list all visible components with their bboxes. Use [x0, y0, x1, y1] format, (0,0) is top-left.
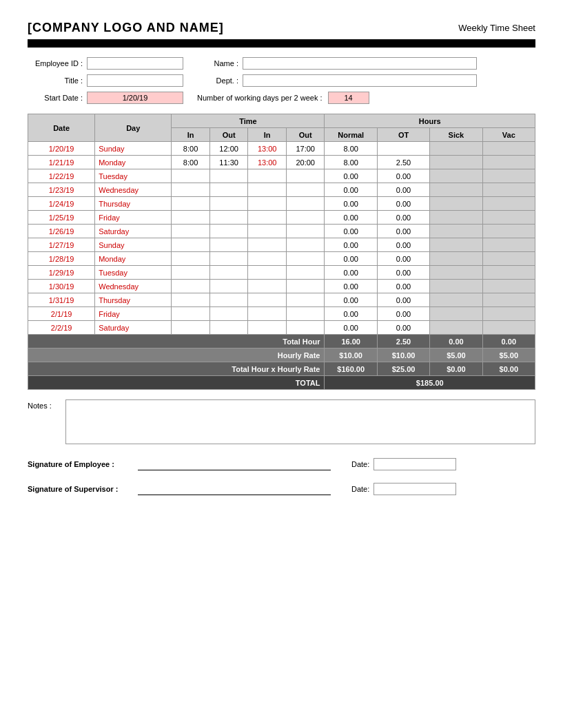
cell[interactable]: 0.00	[377, 211, 429, 225]
cell[interactable]	[430, 293, 482, 307]
cell[interactable]: 11:30	[209, 156, 248, 169]
cell[interactable]	[482, 266, 535, 280]
cell[interactable]: Sunday	[95, 238, 172, 252]
cell[interactable]	[286, 169, 325, 183]
cell[interactable]: 20:00	[286, 156, 325, 169]
working-days-input[interactable]: 14	[328, 92, 369, 104]
cell[interactable]: 1/23/19	[28, 183, 95, 197]
cell[interactable]	[482, 321, 535, 335]
dept-input[interactable]	[243, 74, 477, 87]
cell[interactable]	[172, 238, 210, 252]
cell[interactable]	[482, 169, 535, 183]
cell[interactable]: Thursday	[95, 293, 172, 307]
cell[interactable]	[209, 225, 248, 238]
cell[interactable]	[248, 197, 287, 211]
employee-id-input[interactable]	[87, 57, 183, 70]
cell[interactable]: Wednesday	[95, 280, 172, 293]
cell[interactable]: 12:00	[209, 142, 248, 156]
cell[interactable]	[209, 183, 248, 197]
cell[interactable]: 1/21/19	[28, 156, 95, 169]
cell[interactable]: 0.00	[325, 211, 377, 225]
cell[interactable]	[248, 280, 287, 293]
cell[interactable]: 8:00	[172, 142, 210, 156]
cell[interactable]: 0.00	[377, 169, 429, 183]
cell[interactable]	[482, 211, 535, 225]
cell[interactable]: Saturday	[95, 321, 172, 335]
cell[interactable]	[430, 238, 482, 252]
cell[interactable]: 0.00	[325, 183, 377, 197]
cell[interactable]: 0.00	[325, 321, 377, 335]
cell[interactable]	[482, 142, 535, 156]
cell[interactable]: 13:00	[248, 156, 287, 169]
cell[interactable]: 0.00	[377, 225, 429, 238]
cell[interactable]	[482, 156, 535, 169]
cell[interactable]: Friday	[95, 307, 172, 321]
cell[interactable]	[172, 211, 210, 225]
cell[interactable]: 8.00	[325, 142, 377, 156]
cell[interactable]	[430, 197, 482, 211]
cell[interactable]	[286, 307, 325, 321]
cell[interactable]	[209, 293, 248, 307]
cell[interactable]	[248, 252, 287, 266]
cell[interactable]	[172, 252, 210, 266]
cell[interactable]	[482, 197, 535, 211]
cell[interactable]: 8:00	[172, 156, 210, 169]
cell[interactable]	[430, 280, 482, 293]
cell[interactable]	[286, 266, 325, 280]
cell[interactable]: 1/30/19	[28, 280, 95, 293]
cell[interactable]: 0.00	[325, 280, 377, 293]
cell[interactable]	[248, 211, 287, 225]
cell[interactable]	[209, 321, 248, 335]
cell[interactable]	[209, 211, 248, 225]
cell[interactable]	[430, 252, 482, 266]
employee-date-input[interactable]	[373, 458, 456, 470]
cell[interactable]: 1/20/19	[28, 142, 95, 156]
cell[interactable]: 1/25/19	[28, 211, 95, 225]
cell[interactable]: 0.00	[377, 266, 429, 280]
cell[interactable]: 2/2/19	[28, 321, 95, 335]
cell[interactable]: Wednesday	[95, 183, 172, 197]
title-input[interactable]	[87, 74, 183, 87]
cell[interactable]	[172, 280, 210, 293]
cell[interactable]	[286, 211, 325, 225]
supervisor-date-input[interactable]	[373, 483, 456, 495]
cell[interactable]: 0.00	[377, 321, 429, 335]
cell[interactable]	[430, 142, 482, 156]
cell[interactable]: 1/31/19	[28, 293, 95, 307]
cell[interactable]	[248, 238, 287, 252]
cell[interactable]: 0.00	[325, 225, 377, 238]
cell[interactable]	[482, 293, 535, 307]
start-date-input[interactable]: 1/20/19	[87, 92, 183, 104]
cell[interactable]	[172, 307, 210, 321]
cell[interactable]	[248, 183, 287, 197]
supervisor-sig-line[interactable]	[138, 483, 331, 495]
cell[interactable]: 0.00	[377, 183, 429, 197]
name-input[interactable]	[243, 57, 477, 70]
cell[interactable]	[209, 238, 248, 252]
cell[interactable]	[209, 252, 248, 266]
cell[interactable]	[482, 183, 535, 197]
cell[interactable]	[248, 169, 287, 183]
cell[interactable]	[286, 293, 325, 307]
cell[interactable]	[248, 321, 287, 335]
cell[interactable]	[430, 321, 482, 335]
cell[interactable]	[172, 169, 210, 183]
cell[interactable]: Tuesday	[95, 169, 172, 183]
cell[interactable]: 13:00	[248, 142, 287, 156]
cell[interactable]: 0.00	[325, 169, 377, 183]
cell[interactable]: 1/27/19	[28, 238, 95, 252]
cell[interactable]	[172, 293, 210, 307]
cell[interactable]	[430, 225, 482, 238]
cell[interactable]	[209, 280, 248, 293]
cell[interactable]: Saturday	[95, 225, 172, 238]
cell[interactable]: 0.00	[325, 238, 377, 252]
cell[interactable]: Tuesday	[95, 266, 172, 280]
cell[interactable]	[209, 169, 248, 183]
cell[interactable]	[286, 183, 325, 197]
cell[interactable]: Thursday	[95, 197, 172, 211]
cell[interactable]	[286, 225, 325, 238]
cell[interactable]: 0.00	[325, 266, 377, 280]
cell[interactable]: 2/1/19	[28, 307, 95, 321]
cell[interactable]: 0.00	[325, 307, 377, 321]
cell[interactable]	[209, 266, 248, 280]
